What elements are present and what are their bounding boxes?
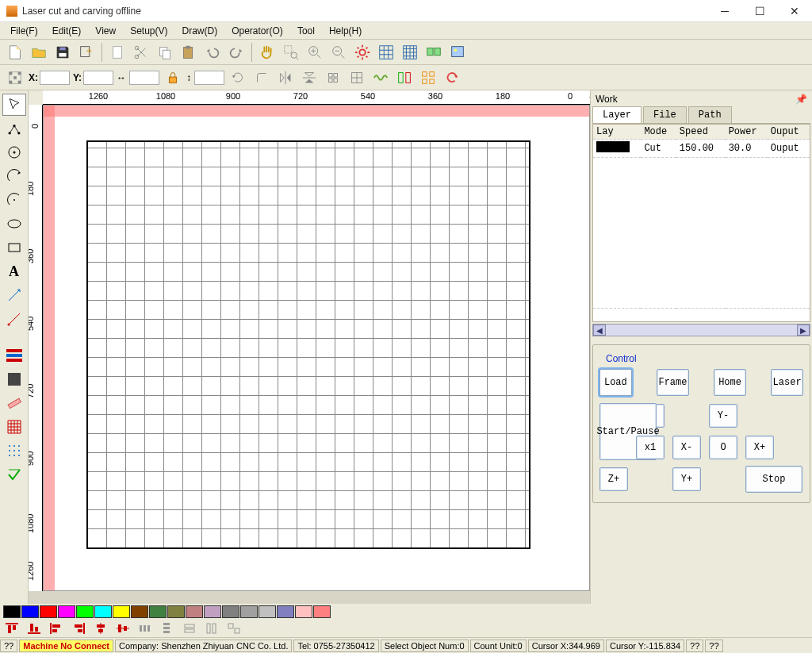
machine-icon[interactable] — [423, 42, 445, 63]
same-size-icon[interactable] — [225, 621, 243, 636]
color-swatch[interactable] — [94, 605, 112, 618]
x1-button[interactable]: x1 — [636, 436, 665, 459]
align-vcenter-icon[interactable] — [114, 621, 132, 636]
align-right-icon[interactable] — [70, 621, 87, 636]
pin-icon[interactable]: 📌 — [795, 94, 807, 105]
col-output[interactable]: Ouput — [768, 125, 810, 140]
fill-tool[interactable] — [2, 368, 26, 390]
color-swatch[interactable] — [58, 605, 75, 618]
stop-button[interactable]: Stop — [745, 466, 802, 493]
align-bottom-icon[interactable] — [25, 621, 43, 636]
grid1-icon[interactable] — [375, 42, 397, 63]
zoom-out-icon[interactable] — [327, 42, 350, 63]
text-tool[interactable]: A — [2, 260, 26, 282]
zoom-area-icon[interactable] — [280, 42, 302, 63]
color-swatch[interactable] — [204, 605, 221, 618]
x-minus-button[interactable]: X- — [672, 436, 701, 459]
color-swatch[interactable] — [149, 605, 167, 618]
y-plus-button[interactable]: Y+ — [672, 467, 701, 491]
menu-operator[interactable]: Operator(O) — [224, 24, 290, 38]
color-swatch[interactable] — [131, 605, 148, 618]
color-swatch[interactable] — [259, 605, 276, 618]
lock-icon[interactable] — [162, 67, 184, 88]
gear-icon[interactable] — [351, 42, 373, 63]
canvas[interactable] — [43, 105, 590, 591]
corner-icon[interactable] — [251, 67, 273, 88]
color-swatch[interactable] — [113, 605, 130, 618]
align-hcenter-icon[interactable] — [92, 621, 109, 636]
col-mode[interactable]: Mode — [641, 125, 676, 140]
doc-icon[interactable] — [106, 42, 128, 63]
arc-tool[interactable] — [2, 165, 26, 187]
menu-draw[interactable]: Draw(D) — [175, 24, 225, 38]
poly-tool[interactable] — [2, 308, 26, 330]
grid2-icon[interactable] — [399, 42, 421, 63]
rect-tool[interactable] — [2, 236, 26, 259]
same-h-icon[interactable] — [203, 621, 220, 636]
align-left-icon[interactable] — [48, 621, 65, 636]
canvas-hscroll[interactable] — [29, 591, 590, 604]
wave-icon[interactable] — [370, 67, 392, 88]
h-input[interactable] — [194, 71, 224, 85]
frame-button[interactable]: Frame — [657, 369, 689, 396]
pan-icon[interactable] — [256, 42, 278, 63]
menu-view[interactable]: View — [88, 24, 123, 38]
y-input[interactable] — [83, 71, 113, 85]
select-tool[interactable] — [2, 94, 26, 116]
new-icon[interactable] — [4, 42, 26, 63]
z-plus-button[interactable]: Z+ — [599, 467, 628, 491]
color-swatch[interactable] — [295, 605, 312, 618]
w-input[interactable] — [129, 71, 159, 85]
color-swatch[interactable] — [3, 605, 21, 618]
load-button[interactable]: Load — [599, 369, 632, 396]
color-swatch[interactable] — [21, 605, 39, 618]
col-speed[interactable]: Speed — [676, 125, 726, 140]
explode-icon[interactable] — [322, 67, 344, 88]
color-swatch[interactable] — [76, 605, 94, 618]
cut-icon[interactable] — [130, 42, 152, 63]
close-button[interactable]: ✕ — [777, 0, 812, 22]
rotate-cw-icon[interactable] — [441, 67, 463, 88]
layer-row[interactable]: Cut 150.00 30.0 Ouput — [593, 140, 810, 158]
tab-path[interactable]: Path — [688, 106, 732, 123]
layer-table[interactable]: Lay Mode Speed Power Ouput Cut 150.00 30… — [592, 124, 810, 322]
menu-edit[interactable]: Edit(E) — [45, 24, 89, 38]
mirror-split-icon[interactable] — [393, 67, 416, 88]
copy-icon[interactable] — [154, 42, 176, 63]
scroll-right-icon[interactable]: ▶ — [797, 325, 810, 336]
color-swatch[interactable] — [167, 605, 185, 618]
tab-file[interactable]: File — [643, 106, 687, 123]
color-swatch[interactable] — [40, 605, 57, 618]
color-swatch[interactable] — [313, 605, 331, 618]
layer-hscroll[interactable]: ◀ ▶ — [592, 324, 810, 336]
menu-setup[interactable]: Setup(V) — [123, 24, 174, 38]
origin-button[interactable]: O — [709, 436, 737, 459]
align-top-icon[interactable] — [3, 621, 21, 636]
line-tool[interactable] — [2, 284, 26, 306]
layer-bars-tool[interactable] — [2, 344, 26, 367]
undo-icon[interactable] — [201, 42, 224, 63]
x-input[interactable] — [40, 71, 70, 85]
dist-v-icon[interactable] — [159, 621, 176, 636]
color-swatch[interactable] — [222, 605, 239, 618]
menu-help[interactable]: Help(H) — [322, 24, 369, 38]
dist-h-icon[interactable] — [136, 621, 154, 636]
import-icon[interactable] — [75, 42, 98, 63]
col-power[interactable]: Power — [726, 125, 768, 140]
tile-icon[interactable] — [417, 67, 439, 88]
y-minus-button[interactable]: Y- — [709, 404, 737, 428]
col-lay[interactable]: Lay — [593, 125, 641, 140]
color-swatch[interactable] — [186, 605, 203, 618]
measure-tool[interactable] — [2, 392, 26, 414]
tab-layer[interactable]: Layer — [592, 106, 642, 123]
open-icon[interactable] — [28, 42, 50, 63]
x-plus-button[interactable]: X+ — [745, 436, 774, 459]
save-icon[interactable] — [52, 42, 74, 63]
minimize-button[interactable]: ─ — [707, 0, 742, 22]
flip-v-icon[interactable] — [298, 67, 320, 88]
color-swatch[interactable] — [240, 605, 258, 618]
circle-dot-tool[interactable] — [2, 141, 26, 163]
rotate-ccw-icon[interactable] — [227, 67, 249, 88]
maximize-button[interactable]: ☐ — [742, 0, 777, 22]
scroll-left-icon[interactable]: ◀ — [593, 325, 606, 336]
